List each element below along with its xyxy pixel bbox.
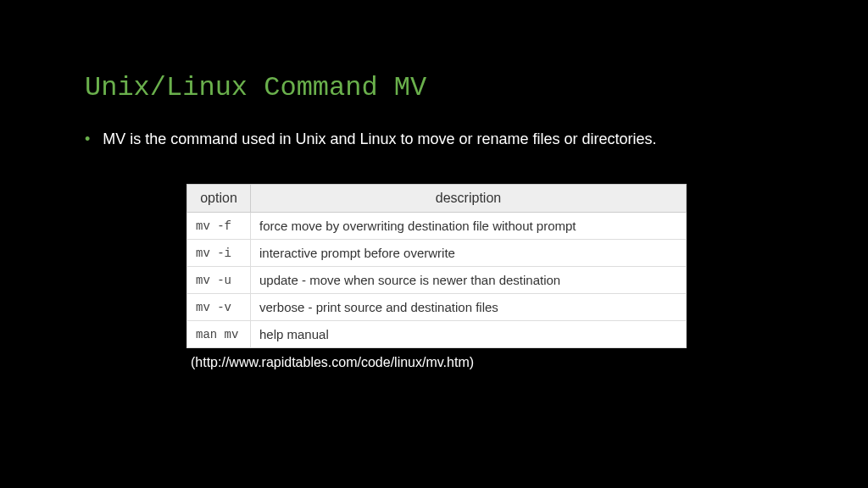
citation: (http://www.rapidtables.com/code/linux/m… — [191, 355, 783, 370]
table-row: mv -u update - move when source is newer… — [187, 267, 687, 294]
table-row: man mv help manual — [187, 321, 687, 348]
cell-option: mv -u — [187, 267, 251, 294]
cell-description: help manual — [251, 321, 687, 348]
table-header-row: option description — [187, 185, 687, 213]
header-option: option — [187, 185, 251, 213]
bullet-item: • MV is the command used in Unix and Lin… — [85, 129, 783, 150]
bullet-text: MV is the command used in Unix and Linux… — [103, 129, 656, 150]
options-table: option description mv -f force move by o… — [186, 184, 687, 348]
header-description: description — [251, 185, 687, 213]
cell-option: mv -v — [187, 294, 251, 321]
cell-description: interactive prompt before overwrite — [251, 240, 687, 267]
cell-description: update - move when source is newer than … — [251, 267, 687, 294]
cell-option: mv -i — [187, 240, 251, 267]
cell-description: verbose - print source and destination f… — [251, 294, 687, 321]
slide-title: Unix/Linux Command MV — [85, 72, 783, 103]
cell-description: force move by overwriting destination fi… — [251, 213, 687, 240]
cell-option: mv -f — [187, 213, 251, 240]
table-row: mv -v verbose - print source and destina… — [187, 294, 687, 321]
slide: Unix/Linux Command MV • MV is the comman… — [0, 0, 868, 404]
cell-option: man mv — [187, 321, 251, 348]
bullet-icon: • — [85, 129, 90, 150]
table-row: mv -f force move by overwriting destinat… — [187, 213, 687, 240]
table-row: mv -i interactive prompt before overwrit… — [187, 240, 687, 267]
table-wrapper: option description mv -f force move by o… — [186, 184, 715, 348]
